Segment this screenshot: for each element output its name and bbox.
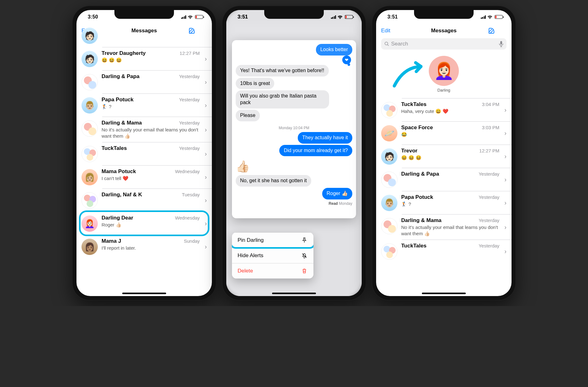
avatar [381, 218, 397, 234]
msg-outgoing: Looks better [316, 44, 352, 56]
chevron-right-icon: › [205, 79, 207, 85]
chevron-right-icon: › [205, 243, 207, 250]
wifi-icon [487, 15, 493, 19]
pinned-conversations: 👩🏻‍🦰 Darling [376, 53, 512, 98]
compose-button[interactable] [488, 27, 507, 34]
compose-button[interactable] [188, 27, 207, 34]
svg-point-17 [388, 178, 396, 186]
contact-name: Papa Potuck [401, 194, 476, 200]
menu-item-hide-alerts[interactable]: Hide Alerts [232, 248, 313, 263]
message-preview: No it's actually your email that learns … [401, 224, 499, 236]
home-indicator[interactable] [272, 293, 316, 294]
search-input[interactable]: Search [381, 38, 507, 50]
wifi-icon [187, 15, 193, 19]
timestamp: Wednesday [175, 215, 200, 220]
home-indicator[interactable] [422, 293, 466, 294]
chevron-right-icon: › [205, 197, 207, 203]
conversation-preview-card[interactable]: Looks better ❤︎ Yes! That's what we've g… [232, 40, 356, 218]
timestamp: Yesterday [179, 74, 200, 79]
avatar [381, 243, 397, 260]
phone-frame-2: 3:51 3:51 Looks better ❤︎ Yes [222, 6, 366, 300]
message-preview: 😆 😆 😆 [102, 57, 200, 63]
sticker-thumbs-up: 👍🏻 [236, 160, 250, 173]
chevron-right-icon: › [504, 248, 507, 254]
home-indicator[interactable] [122, 293, 166, 294]
menu-item-delete[interactable]: Delete [232, 263, 313, 278]
msg-incoming: Please [236, 110, 260, 121]
cellular-icon [481, 15, 486, 19]
conversation-row[interactable]: 👨🏼 Papa PotuckYesterday 🏌️ ? › [376, 191, 512, 214]
message-preview: No it's actually your email that learns … [102, 127, 200, 139]
pinned-contact-name: Darling [429, 88, 459, 93]
svg-point-4 [88, 127, 96, 135]
conversation-row[interactable]: TuckTales3:04 PM Haha, very cute 😄 ❤️ › [376, 98, 512, 121]
battery-low-icon [495, 15, 503, 19]
menu-item-pin[interactable]: Pin Darling [232, 232, 313, 248]
cellular-icon [181, 15, 186, 19]
timestamp: 12:27 PM [479, 148, 499, 153]
contact-name: Darling & Papa [401, 171, 476, 177]
message-preview: Haha, very cute 😄 ❤️ [401, 108, 499, 114]
avatar [81, 146, 98, 162]
avatar [381, 172, 397, 188]
conversation-row[interactable]: Darling & PapaYesterday › [76, 70, 212, 93]
phone-frame-3: 3:51 Edit Messages Search [372, 6, 516, 300]
status-indicators [481, 15, 503, 19]
chevron-right-icon: › [205, 151, 207, 157]
conversation-row[interactable]: Darling, Naf & KTuesday › [76, 188, 212, 212]
conversation-row[interactable]: 👩🏽 Mama JSunday I'll report in later. › [76, 235, 212, 258]
contact-name: Trevor [401, 148, 477, 154]
contact-name: Darling Dear [102, 215, 172, 221]
conversation-row[interactable]: 👩🏼 Mama PotuckWednesday I can't tell ❤️ … [76, 165, 212, 188]
timestamp: Yesterday [179, 120, 200, 125]
message-preview: I can't tell ❤️ [102, 175, 200, 182]
conversation-row[interactable]: TuckTalesYesterday › [376, 240, 512, 263]
contact-name: Darling & Mama [401, 217, 476, 224]
timestamp-divider: Monday 10:04 PM [236, 126, 352, 130]
compose-icon [188, 27, 196, 34]
conversation-row[interactable]: TuckTalesYesterday › [76, 142, 212, 165]
msg-incoming: Will you also grab the Italian pasta pac… [236, 90, 329, 109]
contact-name: TuckTales [401, 243, 476, 249]
avatar: 👨🏼 [381, 195, 397, 211]
timestamp: Yesterday [479, 218, 499, 223]
message-preview: 😂 [401, 131, 499, 138]
conversation-row[interactable]: Darling & PapaYesterday › [376, 168, 512, 191]
conversation-list[interactable]: 🧑🏻 🧑🏻 Trevor Daugherty12:27 PM 😆 😆 😆 › D… [76, 38, 212, 258]
svg-rect-12 [500, 41, 502, 45]
dictation-icon[interactable] [499, 41, 503, 47]
chevron-right-icon: › [504, 199, 507, 206]
chevron-right-icon: › [205, 126, 207, 133]
timestamp: 12:27 PM [180, 50, 200, 56]
edit-button[interactable]: Edit [381, 28, 400, 34]
screen-3: 3:51 Edit Messages Search [376, 10, 512, 296]
notch [414, 10, 474, 19]
conversation-list[interactable]: TuckTales3:04 PM Haha, very cute 😄 ❤️ › … [376, 98, 512, 263]
conversation-row[interactable]: Darling & MamaYesterday No it's actually… [376, 214, 512, 240]
tapback-heart-icon: ❤︎ [342, 56, 351, 64]
conversation-row[interactable]: 🧑🏻 [76, 38, 212, 47]
screen-1: 3:50 Edit Messages 🧑🏻 🧑🏻 T [76, 10, 212, 296]
contact-name: TuckTales [401, 101, 479, 108]
avatar: 🧑🏻 [81, 28, 98, 44]
chevron-right-icon: › [504, 176, 507, 183]
conversation-row[interactable]: Darling & MamaYesterday No it's actually… [76, 117, 212, 142]
conversation-row[interactable]: 🧑🏻 Trevor12:27 PM 😆 😆 😆 › [376, 145, 512, 168]
timestamp: 3:04 PM [482, 102, 499, 107]
compose-icon [488, 27, 495, 34]
msg-incoming: No, get it she has not gotten it [236, 175, 311, 187]
conversation-row[interactable]: 🪐 Space Force3:03 PM 😂 › [376, 121, 512, 145]
notch [264, 10, 324, 19]
conversation-row[interactable]: 🧑🏻 Trevor Daugherty12:27 PM 😆 😆 😆 › [76, 47, 212, 70]
conversation-row[interactable]: 👩🏻‍🦰 Darling DearWednesday Roger 👍🏻 › [76, 212, 212, 235]
timestamp: Yesterday [479, 194, 499, 200]
svg-point-15 [386, 110, 393, 117]
avatar: 🪐 [381, 125, 397, 141]
timestamp: Yesterday [479, 243, 499, 248]
pinned-contact[interactable]: 👩🏻‍🦰 Darling [429, 56, 459, 93]
battery-low-icon [345, 15, 353, 19]
message-preview: 🏌️ ? [401, 201, 499, 207]
conversation-row[interactable]: 👨🏼 Papa PotuckYesterday 🏌️ ? › [76, 93, 212, 117]
svg-point-2 [88, 81, 96, 89]
trash-icon [301, 268, 308, 274]
